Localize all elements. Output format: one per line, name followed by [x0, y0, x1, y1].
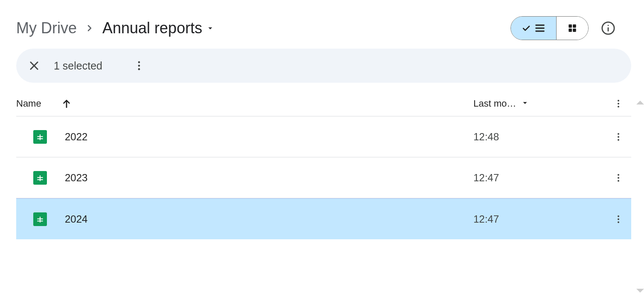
breadcrumb: My Drive Annual reports — [16, 19, 214, 37]
svg-point-16 — [618, 174, 619, 176]
selection-more-button[interactable] — [131, 57, 148, 74]
svg-point-13 — [618, 133, 619, 135]
caret-down-icon — [206, 24, 214, 32]
column-modified-label[interactable]: Last mo… — [473, 98, 516, 109]
grid-view-button[interactable] — [557, 17, 588, 40]
svg-point-18 — [618, 180, 619, 182]
list-icon — [534, 22, 546, 34]
svg-point-21 — [618, 221, 619, 223]
file-more-button[interactable] — [606, 132, 631, 142]
file-modified: 12:47 — [473, 172, 606, 184]
file-table: Name Last mo… 2022 12:48 — [16, 94, 631, 239]
svg-point-12 — [618, 106, 619, 107]
column-name: Name — [16, 98, 473, 109]
table-row[interactable]: 2023 12:47 — [16, 157, 631, 198]
chevron-right-icon — [84, 23, 95, 33]
dropdown-caret-icon[interactable] — [521, 98, 529, 109]
table-row[interactable]: 2024 12:47 — [16, 198, 631, 239]
list-view-button[interactable] — [511, 17, 556, 40]
file-name: 2024 — [65, 213, 473, 225]
check-icon — [521, 23, 531, 33]
file-icon-cell — [16, 130, 65, 144]
svg-point-7 — [138, 61, 140, 64]
header-row: My Drive Annual reports — [16, 0, 631, 49]
svg-rect-2 — [569, 29, 572, 32]
svg-rect-0 — [569, 24, 572, 28]
svg-rect-5 — [608, 27, 609, 32]
sheets-icon — [33, 212, 47, 226]
more-vert-icon — [613, 132, 624, 142]
svg-point-20 — [618, 218, 619, 220]
svg-point-19 — [618, 215, 619, 217]
file-name: 2022 — [65, 131, 473, 143]
file-icon-cell — [16, 171, 65, 185]
column-name-label[interactable]: Name — [16, 98, 41, 109]
file-more-button[interactable] — [606, 214, 631, 224]
info-icon — [601, 21, 615, 35]
svg-point-10 — [618, 100, 619, 102]
table-header: Name Last mo… — [16, 94, 631, 116]
grid-icon — [567, 23, 578, 34]
sheets-icon — [33, 171, 47, 185]
info-button[interactable] — [600, 20, 616, 36]
sheets-icon — [33, 130, 47, 144]
svg-point-14 — [618, 136, 619, 138]
selection-bar: 1 selected — [16, 49, 631, 83]
svg-rect-3 — [573, 29, 576, 32]
breadcrumb-current[interactable]: Annual reports — [102, 19, 214, 37]
more-vert-icon — [613, 173, 624, 183]
clear-selection-button[interactable] — [26, 57, 43, 74]
more-vert-icon — [133, 60, 145, 72]
more-vert-icon — [613, 99, 624, 109]
scroll-up-marker[interactable] — [636, 101, 644, 104]
file-icon-cell — [16, 212, 65, 226]
svg-point-8 — [138, 65, 140, 67]
file-modified: 12:48 — [473, 131, 606, 143]
sort-ascending-icon[interactable] — [61, 98, 72, 109]
svg-rect-1 — [573, 24, 576, 28]
selection-count-label: 1 selected — [54, 60, 102, 72]
header-actions — [511, 16, 632, 40]
view-toggle — [511, 16, 589, 40]
svg-point-11 — [618, 103, 619, 104]
file-modified: 12:47 — [473, 213, 606, 225]
close-icon — [28, 60, 40, 72]
column-modified: Last mo… — [473, 98, 606, 109]
svg-point-9 — [138, 68, 140, 70]
more-vert-icon — [613, 214, 624, 224]
file-more-button[interactable] — [606, 173, 631, 183]
breadcrumb-current-label: Annual reports — [102, 19, 202, 37]
svg-point-15 — [618, 139, 619, 141]
column-options-button[interactable] — [606, 99, 631, 109]
scroll-down-marker[interactable] — [636, 289, 644, 293]
table-row[interactable]: 2022 12:48 — [16, 116, 631, 157]
file-name: 2023 — [65, 172, 473, 184]
svg-point-17 — [618, 177, 619, 179]
breadcrumb-root[interactable]: My Drive — [16, 19, 77, 37]
svg-rect-6 — [608, 25, 609, 26]
